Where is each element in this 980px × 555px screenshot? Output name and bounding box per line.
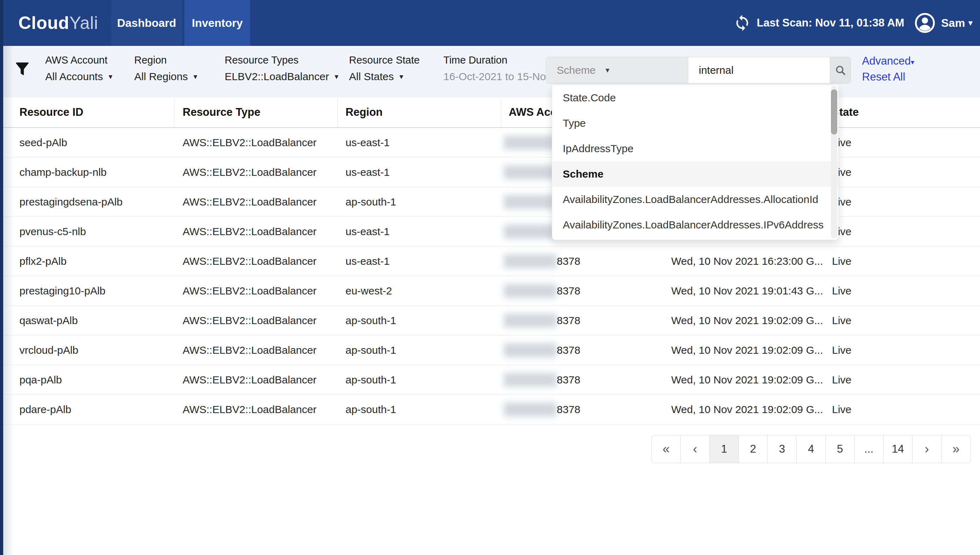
cell-account-suffix: 8378 bbox=[557, 306, 580, 335]
chevron-down-icon: ▾ bbox=[606, 66, 609, 75]
filter-value-text: All States bbox=[349, 71, 394, 83]
filter-value-dropdown[interactable]: All States ▾ bbox=[349, 71, 420, 83]
table-row[interactable]: pdare-pAlb AWS::ELBV2::LoadBalancer ap-s… bbox=[0, 395, 980, 424]
filter-label: Resource State bbox=[349, 55, 420, 66]
cell-region: ap-south-1 bbox=[345, 395, 396, 424]
dropdown-scrollbar-thumb[interactable] bbox=[831, 89, 837, 135]
filter-value-dropdown[interactable]: ELBV2::LoadBalancer ▾ bbox=[225, 71, 339, 83]
top-navbar: Dashboard Inventory CloudYali Last Scan:… bbox=[0, 0, 980, 46]
left-edge-strip bbox=[0, 0, 3, 555]
dropdown-option[interactable]: AvailabilityZones.LoadBalancerAddresses.… bbox=[552, 212, 838, 237]
chevron-down-icon: ▾ bbox=[108, 72, 112, 81]
filter-resource-types: Resource Types ELBV2::LoadBalancer ▾ bbox=[225, 55, 339, 83]
cell-region: us-east-1 bbox=[345, 246, 390, 276]
tab-inventory[interactable]: Inventory bbox=[185, 0, 250, 46]
advanced-label: Advanced bbox=[862, 55, 911, 67]
account-redacted-blur bbox=[504, 254, 557, 268]
cell-resource-type: AWS::ELBV2::LoadBalancer bbox=[183, 187, 316, 217]
dropdown-option[interactable]: State.Code bbox=[552, 85, 838, 111]
filter-aws-account: AWS Account All Accounts ▾ bbox=[45, 55, 112, 83]
dropdown-option-selected[interactable]: Scheme bbox=[552, 161, 838, 187]
cell-state: Live bbox=[832, 395, 851, 424]
filter-funnel-icon bbox=[13, 59, 32, 79]
filter-links: Advanced▾ Reset All bbox=[862, 54, 914, 84]
user-avatar-icon[interactable] bbox=[914, 12, 936, 34]
page-ellipsis[interactable]: ... bbox=[855, 435, 884, 463]
cell-resource-id: pdare-pAlb bbox=[19, 395, 71, 424]
filter-label: AWS Account bbox=[45, 55, 112, 66]
dropdown-option[interactable]: AvailabilityZones.LoadBalancerAddresses.… bbox=[552, 187, 838, 212]
page-next-button[interactable]: › bbox=[913, 435, 941, 463]
search-icon bbox=[834, 64, 847, 76]
account-redacted-blur bbox=[504, 343, 557, 357]
dropdown-option[interactable]: Type bbox=[552, 111, 838, 136]
page-button-2[interactable]: 2 bbox=[739, 435, 768, 463]
page-button-14[interactable]: 14 bbox=[884, 435, 913, 463]
header-divider bbox=[337, 98, 338, 127]
cell-resource-type: AWS::ELBV2::LoadBalancer bbox=[183, 335, 316, 365]
cell-resource-type: AWS::ELBV2::LoadBalancer bbox=[183, 128, 316, 157]
advanced-link[interactable]: Advanced▾ bbox=[862, 54, 914, 69]
col-header-resource-id[interactable]: Resource ID bbox=[19, 98, 84, 127]
account-redacted-blur bbox=[504, 373, 557, 387]
account-redacted-blur bbox=[504, 225, 557, 239]
table-row[interactable]: qaswat-pAlb AWS::ELBV2::LoadBalancer ap-… bbox=[0, 306, 980, 335]
cell-region: eu-west-2 bbox=[345, 276, 392, 305]
table-row[interactable]: pqa-pAlb AWS::ELBV2::LoadBalancer ap-sou… bbox=[0, 365, 980, 395]
cell-resource-id: pqa-pAlb bbox=[19, 365, 62, 395]
cell-resource-id: champ-backup-nlb bbox=[19, 157, 107, 187]
cell-region: ap-south-1 bbox=[345, 365, 396, 395]
filter-region: Region All Regions ▾ bbox=[134, 55, 197, 83]
cell-resource-type: AWS::ELBV2::LoadBalancer bbox=[183, 217, 316, 246]
tab-inventory-label: Inventory bbox=[192, 17, 243, 30]
page-button-3[interactable]: 3 bbox=[768, 435, 797, 463]
cell-resource-type: AWS::ELBV2::LoadBalancer bbox=[183, 276, 316, 305]
page-first-button[interactable]: « bbox=[652, 435, 681, 463]
table-row[interactable]: prestaging10-pAlb AWS::ELBV2::LoadBalanc… bbox=[0, 276, 980, 306]
cell-region: us-east-1 bbox=[345, 128, 390, 157]
dropdown-option[interactable]: IpAddressType bbox=[552, 136, 838, 161]
page-button-4[interactable]: 4 bbox=[797, 435, 826, 463]
cell-resource-id: pvenus-c5-nlb bbox=[19, 217, 86, 246]
col-header-region[interactable]: Region bbox=[345, 98, 382, 127]
cell-region: us-east-1 bbox=[345, 157, 390, 187]
reset-all-link[interactable]: Reset All bbox=[862, 69, 914, 84]
cell-resource-type: AWS::ELBV2::LoadBalancer bbox=[183, 246, 316, 276]
cell-resource-id: prestaging10-pAlb bbox=[19, 276, 106, 305]
filter-value-dropdown[interactable]: All Regions ▾ bbox=[134, 71, 197, 83]
filter-value-dropdown[interactable]: All Accounts ▾ bbox=[45, 71, 112, 83]
account-redacted-blur bbox=[504, 195, 557, 209]
search-button[interactable] bbox=[830, 57, 851, 83]
brand-logo[interactable]: CloudYali bbox=[18, 0, 98, 46]
account-redacted-blur bbox=[504, 284, 557, 298]
last-scan-text: Last Scan: Nov 11, 01:38 AM bbox=[757, 0, 904, 46]
cell-region: ap-south-1 bbox=[345, 306, 396, 335]
cell-resource-id: qaswat-pAlb bbox=[19, 306, 78, 335]
header-divider bbox=[501, 98, 501, 127]
attribute-dropdown: State.Code Type IpAddressType Scheme Ava… bbox=[552, 85, 839, 240]
table-row[interactable]: vrcloud-pAlb AWS::ELBV2::LoadBalancer ap… bbox=[0, 335, 980, 365]
header-divider bbox=[175, 98, 175, 127]
col-header-resource-type[interactable]: Resource Type bbox=[183, 98, 260, 127]
cell-resource-type: AWS::ELBV2::LoadBalancer bbox=[183, 306, 316, 335]
attribute-search-control: Scheme ▾ internal bbox=[546, 57, 851, 84]
filter-label: Resource Types bbox=[225, 55, 339, 66]
refresh-icon[interactable] bbox=[733, 14, 751, 32]
page-button-1[interactable]: 1 bbox=[710, 435, 739, 463]
filter-value-text: All Regions bbox=[134, 71, 188, 83]
attribute-select[interactable]: Scheme ▾ bbox=[546, 57, 688, 83]
page-button-5[interactable]: 5 bbox=[826, 435, 855, 463]
brand-part2: Yali bbox=[69, 13, 98, 33]
search-input[interactable]: internal bbox=[688, 57, 830, 83]
page-last-button[interactable]: » bbox=[941, 435, 970, 463]
user-menu[interactable]: Sam ▾ bbox=[941, 0, 973, 46]
filter-value-text: ELBV2::LoadBalancer bbox=[225, 71, 329, 83]
chevron-down-icon: ▾ bbox=[969, 18, 973, 27]
chevron-down-icon: ▾ bbox=[334, 72, 339, 81]
chevron-down-icon: ▾ bbox=[400, 72, 403, 81]
cell-date: Wed, 10 Nov 2021 19:02:09 G... bbox=[671, 395, 823, 424]
tab-dashboard[interactable]: Dashboard bbox=[111, 0, 182, 46]
page-prev-button[interactable]: ‹ bbox=[681, 435, 710, 463]
cell-region: us-east-1 bbox=[345, 217, 390, 246]
table-row[interactable]: pflx2-pAlb AWS::ELBV2::LoadBalancer us-e… bbox=[0, 246, 980, 276]
